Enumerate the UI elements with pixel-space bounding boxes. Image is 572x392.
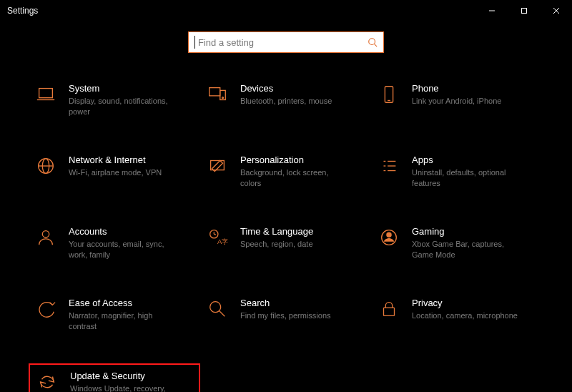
tile-accounts[interactable]: Accounts Your accounts, email, sync, wor… (29, 220, 200, 272)
window-controls (475, 0, 572, 21)
svg-point-4 (369, 39, 375, 45)
window-title: Settings (7, 6, 38, 16)
maximize-button[interactable] (508, 0, 540, 21)
tile-personalization[interactable]: Personalization Background, lock screen,… (200, 149, 372, 200)
tile-title: Update & Security (70, 371, 177, 382)
tile-subtitle: Windows Update, recovery, backup (70, 383, 177, 392)
tile-text: System Display, sound, notifications, po… (69, 83, 176, 117)
tile-title: Time & Language (240, 226, 313, 237)
tile-title: Apps (412, 155, 519, 166)
tile-title: Accounts (69, 226, 176, 237)
tile-network[interactable]: Network & Internet Wi-Fi, airplane mode,… (29, 149, 200, 200)
svg-rect-32 (384, 308, 395, 315)
settings-grid: System Display, sound, notifications, po… (29, 77, 543, 392)
tile-title: Ease of Access (69, 298, 176, 309)
tile-subtitle: Wi-Fi, airplane mode, VPN (69, 167, 162, 177)
tile-time-language[interactable]: A字 Time & Language Speech, region, date (200, 220, 372, 272)
tile-text: Phone Link your Android, iPhone (412, 83, 501, 107)
close-button[interactable] (540, 0, 572, 21)
tile-subtitle: Your accounts, email, sync, work, family (69, 239, 176, 260)
minimize-button[interactable] (475, 0, 508, 21)
tile-title: Gaming (412, 226, 519, 237)
svg-point-30 (210, 302, 221, 313)
tile-subtitle: Location, camera, microphone (412, 310, 518, 320)
tile-system[interactable]: System Display, sound, notifications, po… (29, 77, 200, 129)
tile-title: Personalization (240, 155, 347, 166)
lock-icon (378, 298, 400, 320)
apps-list-icon (378, 155, 400, 177)
tile-text: Gaming Xbox Game Bar, captures, Game Mod… (412, 226, 519, 260)
laptop-icon (34, 83, 57, 106)
gaming-icon (378, 226, 400, 249)
tile-ease-of-access[interactable]: Ease of Access Narrator, magnifier, high… (29, 292, 200, 343)
tile-update-security[interactable]: Update & Security Windows Update, recove… (29, 363, 200, 392)
svg-rect-6 (39, 89, 53, 98)
tile-title: Privacy (412, 298, 518, 309)
tile-title: Search (240, 298, 331, 309)
tile-text: Privacy Location, camera, microphone (412, 298, 518, 321)
tile-text: Devices Bluetooth, printers, mouse (240, 83, 332, 107)
tile-subtitle: Uninstall, defaults, optional features (412, 167, 519, 188)
svg-line-5 (375, 44, 378, 47)
tile-title: Devices (240, 83, 332, 94)
svg-point-29 (386, 232, 392, 238)
tile-subtitle: Link your Android, iPhone (412, 96, 501, 106)
search-tile-icon (206, 298, 229, 320)
tile-title: Network & Internet (69, 155, 162, 166)
time-language-icon: A字 (206, 226, 229, 249)
tile-devices[interactable]: Devices Bluetooth, printers, mouse (200, 77, 372, 129)
svg-point-23 (42, 231, 49, 237)
paint-icon (206, 155, 229, 177)
ease-of-access-icon (34, 298, 57, 320)
svg-rect-8 (209, 88, 220, 96)
svg-point-10 (222, 97, 224, 99)
tile-subtitle: Speech, region, date (240, 239, 313, 249)
tile-subtitle: Find my files, permissions (240, 310, 331, 320)
tile-subtitle: Narrator, magnifier, high contrast (69, 310, 176, 331)
search-icon (368, 37, 378, 47)
tile-text: Accounts Your accounts, email, sync, wor… (69, 226, 176, 260)
tile-title: System (69, 83, 176, 94)
tile-search[interactable]: Search Find my files, permissions (200, 292, 372, 343)
tile-subtitle: Xbox Game Bar, captures, Game Mode (412, 239, 519, 260)
svg-line-26 (214, 234, 216, 235)
tile-text: Time & Language Speech, region, date (240, 226, 313, 250)
tile-subtitle: Background, lock screen, colors (240, 167, 347, 188)
tile-text: Personalization Background, lock screen,… (240, 155, 347, 188)
tile-phone[interactable]: Phone Link your Android, iPhone (372, 77, 543, 129)
devices-icon (206, 83, 229, 106)
tile-text: Update & Security Windows Update, recove… (70, 371, 177, 392)
svg-line-31 (220, 311, 225, 317)
phone-icon (378, 83, 400, 106)
tile-privacy[interactable]: Privacy Location, camera, microphone (372, 292, 543, 343)
globe-icon (34, 155, 57, 177)
person-icon (34, 226, 57, 249)
tile-subtitle: Bluetooth, printers, mouse (240, 96, 332, 106)
search-container (0, 31, 572, 53)
svg-rect-1 (521, 9, 526, 14)
search-box[interactable] (188, 31, 384, 53)
tile-title: Phone (412, 83, 501, 94)
search-input[interactable] (195, 37, 368, 48)
tile-text: Network & Internet Wi-Fi, airplane mode,… (69, 155, 162, 178)
tile-text: Search Find my files, permissions (240, 298, 331, 321)
svg-text:A字: A字 (217, 238, 228, 245)
tile-gaming[interactable]: Gaming Xbox Game Bar, captures, Game Mod… (372, 220, 543, 272)
update-icon (36, 371, 59, 392)
tile-text: Ease of Access Narrator, magnifier, high… (69, 298, 176, 331)
tile-subtitle: Display, sound, notifications, power (69, 96, 176, 117)
title-bar: Settings (0, 0, 572, 21)
tile-apps[interactable]: Apps Uninstall, defaults, optional featu… (372, 149, 543, 200)
tile-text: Apps Uninstall, defaults, optional featu… (412, 155, 519, 188)
